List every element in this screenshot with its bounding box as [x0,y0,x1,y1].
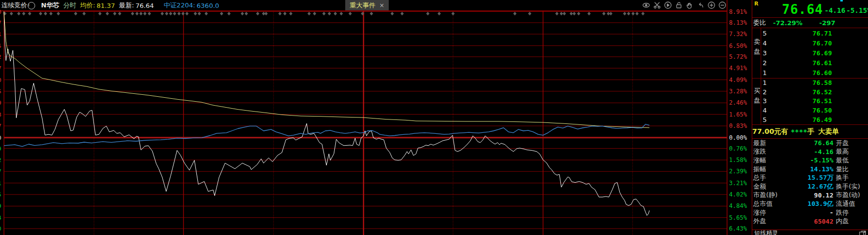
event-marker-diamond[interactable] [289,12,293,15]
sell-level-row[interactable]: 176.60 [761,68,868,78]
event-marker-diamond[interactable] [106,12,109,15]
event-marker-diamond[interactable] [198,12,201,15]
event-marker-diamond[interactable] [173,12,177,15]
shortline-genie-bar[interactable]: 短线精灵 [752,230,868,235]
event-marker-diamond[interactable] [136,12,139,15]
event-marker-diamond[interactable] [623,12,627,15]
event-marker-diamond[interactable] [278,12,282,15]
event-marker-diamond[interactable] [555,12,559,15]
event-marker-diamond[interactable] [391,12,394,15]
expand-window-icon[interactable] [859,231,866,235]
zoom-out-icon[interactable] [718,1,727,9]
tab-close-icon[interactable]: × [379,2,384,9]
event-marker-diamond[interactable] [636,12,639,15]
event-marker-diamond[interactable] [528,12,532,15]
event-marker-diamond[interactable] [245,12,248,15]
weibi-row: 委比 -72.29% -297 [752,18,868,28]
zoom-in-icon[interactable] [707,1,716,9]
lock-icon[interactable] [675,1,683,9]
event-marker-diamond[interactable] [570,12,573,15]
event-marker-diamond[interactable] [185,12,189,15]
event-marker-diamond[interactable] [609,12,613,15]
event-marker-diamond[interactable] [438,12,441,15]
buy-level-row[interactable]: 376.51 [761,97,868,106]
hand-icon[interactable] [685,1,694,9]
buy-level-row[interactable]: 176.58 [761,78,868,87]
event-marker-diamond[interactable] [205,12,208,15]
event-marker-diamond[interactable] [169,12,173,15]
event-marker-diamond[interactable] [148,12,151,15]
event-marker-diamond[interactable] [322,12,326,15]
event-marker-diamond[interactable] [241,12,244,15]
event-marker-diamond[interactable] [426,12,430,15]
event-marker-diamond[interactable] [573,12,576,15]
play-icon[interactable] [664,1,672,9]
event-marker-diamond[interactable] [588,12,591,15]
event-marker-diamond[interactable] [334,12,337,15]
undo-icon[interactable] [696,1,705,9]
eye-icon[interactable] [642,1,650,9]
event-marker-diamond[interactable] [139,12,143,15]
event-marker-diamond[interactable] [370,12,373,15]
buy-level-row[interactable]: 276.52 [761,87,868,97]
event-marker-diamond[interactable] [577,12,581,15]
view-mode-label[interactable]: 分时 [63,1,76,10]
event-marker-diamond[interactable] [178,12,181,15]
event-marker-diamond[interactable] [182,12,185,15]
event-marker-diamond[interactable] [10,12,13,15]
event-marker-diamond[interactable] [194,12,197,15]
scissors-icon[interactable] [653,1,661,9]
event-marker-diamond[interactable] [44,12,47,15]
event-marker-diamond[interactable] [83,12,86,15]
event-marker-diamond[interactable] [98,12,102,15]
event-marker-diamond[interactable] [22,12,26,15]
event-marker-diamond[interactable] [49,12,53,15]
event-marker-diamond[interactable] [308,12,311,15]
tab-major-events[interactable]: 重大事件 × [345,0,389,10]
event-marker-diamond[interactable] [265,12,268,15]
info-icon[interactable]: i [28,2,35,9]
last-price-big: 76.64 [782,2,823,17]
sell-level-row[interactable]: 576.71 [761,28,868,38]
event-marker-diamond[interactable] [328,12,331,15]
event-marker-diamond[interactable] [256,12,260,15]
big-order-alert[interactable]: 77.00元有 **** 手 大卖单 [752,125,868,139]
event-marker-diamond[interactable] [28,12,32,15]
event-marker-diamond[interactable] [349,12,352,15]
event-marker-diamond[interactable] [118,12,122,15]
event-marker-diamond[interactable] [39,12,43,15]
event-marker-diamond[interactable] [313,12,317,15]
sell-level-row[interactable]: 376.69 [761,48,868,58]
buy-level-row[interactable]: 476.50 [761,106,868,115]
event-marker-diamond[interactable] [220,12,224,15]
stat-value: 15.57万 [784,173,833,182]
event-marker-diamond[interactable] [452,12,455,15]
left-axis-cutoff-digit: 4 [0,214,3,221]
event-marker-diamond[interactable] [283,12,287,15]
event-marker-diamond[interactable] [17,12,21,15]
event-marker-diamond[interactable] [560,12,563,15]
buy-level-row[interactable]: 576.49 [761,115,868,124]
event-marker-diamond[interactable] [57,12,60,15]
event-marker-diamond[interactable] [74,12,78,15]
sell-level-row[interactable]: 476.70 [761,38,868,48]
event-marker-diamond[interactable] [563,12,566,15]
event-marker-diamond[interactable] [641,12,645,15]
event-marker-diamond[interactable] [131,12,135,15]
stat-label: 金额 [752,182,784,191]
event-marker-diamond[interactable] [632,12,635,15]
sell-level-row[interactable]: 276.61 [761,58,868,68]
event-marker-diamond[interactable] [161,12,164,15]
event-marker-diamond[interactable] [602,12,606,15]
event-marker-diamond[interactable] [401,12,404,15]
event-marker-diamond[interactable] [228,12,231,15]
event-marker-diamond[interactable] [627,12,631,15]
price-change-pct: -5.15% [846,6,868,14]
event-marker-diamond[interactable] [143,12,147,15]
intraday-chart[interactable] [0,0,752,235]
event-marker-diamond[interactable] [165,12,169,15]
event-marker-diamond[interactable] [113,12,117,15]
event-marker-diamond[interactable] [340,12,343,15]
event-marker-diamond[interactable] [513,12,517,15]
last-price-label: 最新: [119,1,134,10]
